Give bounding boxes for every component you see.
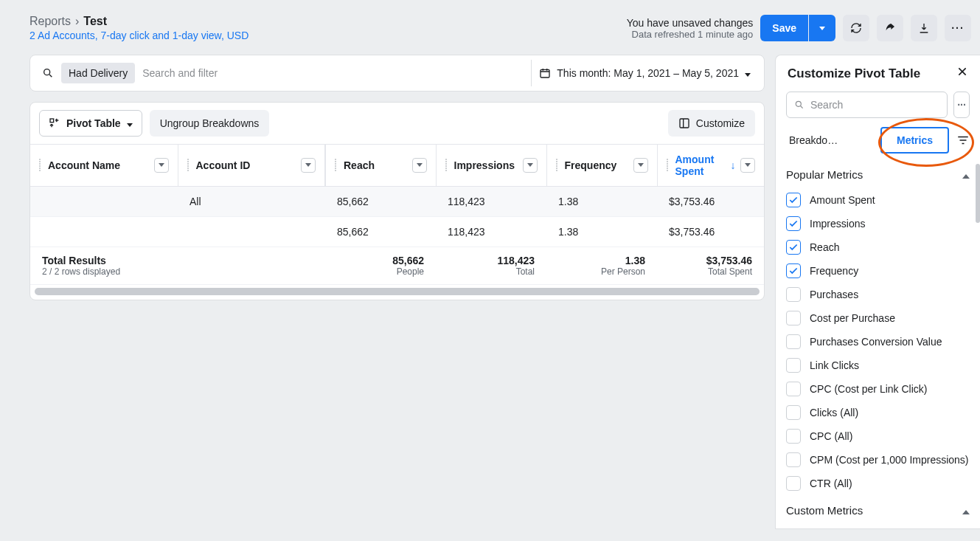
metric-checkbox[interactable] xyxy=(786,193,801,207)
more-button[interactable]: ··· xyxy=(945,15,971,41)
customize-label: Customize xyxy=(696,117,745,129)
metric-checkbox[interactable] xyxy=(786,311,801,325)
metric-row[interactable]: Clicks (All) xyxy=(786,401,970,424)
data-refreshed-label: Data refreshed 1 minute ago xyxy=(627,29,754,40)
svg-point-4 xyxy=(796,101,801,106)
pivot-table-label: Pivot Table xyxy=(66,117,121,129)
metric-row[interactable]: Purchases Conversion Value xyxy=(786,330,970,354)
chevron-down-icon xyxy=(745,67,751,79)
col-frequency[interactable]: Frequency xyxy=(546,145,657,186)
ungroup-breakdowns-button[interactable]: Ungroup Breakdowns xyxy=(150,110,270,137)
check-icon xyxy=(788,242,799,252)
panel-more-button[interactable]: ··· xyxy=(953,92,970,118)
chevron-down-icon[interactable] xyxy=(301,158,316,173)
refresh-icon xyxy=(850,22,862,34)
vertical-scrollbar[interactable] xyxy=(976,164,980,223)
chevron-down-icon[interactable] xyxy=(633,158,648,173)
share-icon xyxy=(884,22,896,34)
sort-desc-icon: ↓ xyxy=(731,159,736,171)
section-popular-metrics[interactable]: Popular Metrics xyxy=(786,164,970,188)
refresh-button[interactable] xyxy=(843,15,869,41)
table-row[interactable]: 85,662 118,423 1.38 $3,753.46 xyxy=(30,216,764,247)
metric-row[interactable]: CPC (All) xyxy=(786,424,970,448)
metric-label: Purchases xyxy=(810,289,858,300)
chevron-down-icon xyxy=(127,117,133,129)
metric-row[interactable]: CPM (Cost per 1,000 Impressions) xyxy=(786,448,970,472)
check-icon xyxy=(788,218,799,229)
col-account-id[interactable]: Account ID xyxy=(178,145,325,186)
metric-label: Clicks (All) xyxy=(810,407,858,418)
metric-label: CPM (Cost per 1,000 Impressions) xyxy=(810,454,969,466)
customize-button[interactable]: Customize xyxy=(668,110,755,137)
tab-metrics[interactable]: Metrics xyxy=(880,127,949,154)
panel-search-input[interactable] xyxy=(810,99,939,111)
close-button[interactable] xyxy=(956,66,968,81)
filter-chip-had-delivery[interactable]: Had Delivery xyxy=(61,63,135,83)
pivot-table: Account Name Account ID Reach Impression… xyxy=(30,145,764,285)
save-dropdown-button[interactable] xyxy=(809,15,835,41)
panel-title: Customize Pivot Table xyxy=(788,66,920,81)
metric-checkbox[interactable] xyxy=(786,429,801,444)
metric-checkbox[interactable] xyxy=(786,405,801,420)
date-range-button[interactable]: This month: May 1, 2021 – May 5, 2021 xyxy=(531,60,758,86)
metric-row[interactable]: Reach xyxy=(786,235,970,259)
col-reach[interactable]: Reach xyxy=(325,145,436,186)
sort-icon[interactable] xyxy=(956,134,970,147)
download-icon xyxy=(918,22,930,34)
metric-label: Frequency xyxy=(810,265,858,277)
metric-checkbox[interactable] xyxy=(786,263,801,278)
download-button[interactable] xyxy=(911,15,937,41)
breadcrumb-current: Test xyxy=(83,15,107,28)
metric-checkbox[interactable] xyxy=(786,240,801,255)
metric-row[interactable]: Link Clicks xyxy=(786,354,970,377)
chevron-down-icon[interactable] xyxy=(523,158,538,173)
search-input[interactable] xyxy=(142,67,531,79)
metric-row[interactable]: Cost per Purchase xyxy=(786,306,970,330)
more-icon: ··· xyxy=(951,22,965,34)
metric-row[interactable]: Impressions xyxy=(786,212,970,235)
chevron-down-icon[interactable] xyxy=(412,158,427,173)
table-total-row: Total Results 2 / 2 rows displayed 85,66… xyxy=(30,247,764,284)
col-account-name[interactable]: Account Name xyxy=(30,145,178,186)
metric-row[interactable]: Amount Spent xyxy=(786,188,970,212)
metric-label: Amount Spent xyxy=(810,194,875,206)
metric-row[interactable]: Frequency xyxy=(786,259,970,283)
metric-row[interactable]: CTR (All) xyxy=(786,472,970,495)
chevron-down-icon[interactable] xyxy=(740,158,755,173)
share-button[interactable] xyxy=(877,15,903,41)
panel-search[interactable] xyxy=(786,92,948,118)
metric-checkbox[interactable] xyxy=(786,382,801,396)
breadcrumb-root[interactable]: Reports xyxy=(29,15,71,28)
col-amount-spent[interactable]: Amount Spent↓ xyxy=(657,145,764,186)
metric-checkbox[interactable] xyxy=(786,476,801,491)
close-icon xyxy=(956,66,968,77)
date-range-label: This month: May 1, 2021 – May 5, 2021 xyxy=(557,67,739,79)
metric-label: Reach xyxy=(810,241,839,253)
metric-label: CPC (All) xyxy=(810,430,852,442)
svg-rect-2 xyxy=(50,119,54,123)
metric-checkbox[interactable] xyxy=(786,287,801,302)
customize-panel: Customize Pivot Table ··· Breakdo… Metri… xyxy=(775,55,980,529)
metric-checkbox[interactable] xyxy=(786,452,801,467)
metric-row[interactable]: Purchases xyxy=(786,283,970,306)
chevron-up-icon xyxy=(962,504,970,517)
svg-point-0 xyxy=(44,69,50,75)
metric-checkbox[interactable] xyxy=(786,358,801,373)
col-impressions[interactable]: Impressions xyxy=(436,145,546,186)
report-settings-link[interactable]: 2 Ad Accounts, 7-day click and 1-day vie… xyxy=(29,30,249,41)
metric-label: Cost per Purchase xyxy=(810,312,895,324)
calendar-icon xyxy=(539,67,551,79)
horizontal-scrollbar[interactable] xyxy=(35,288,760,295)
check-icon xyxy=(788,266,799,276)
section-custom-metrics[interactable]: Custom Metrics xyxy=(786,500,970,524)
tab-breakdowns[interactable]: Breakdo… xyxy=(786,128,873,152)
save-button[interactable]: Save xyxy=(760,15,808,41)
chevron-down-icon[interactable] xyxy=(154,158,169,173)
table-row[interactable]: All 85,662 118,423 1.38 $3,753.46 xyxy=(30,186,764,216)
metric-label: Purchases Conversion Value xyxy=(810,336,942,348)
pivot-table-type-button[interactable]: Pivot Table xyxy=(39,110,142,137)
metric-label: Link Clicks xyxy=(810,359,859,371)
metric-checkbox[interactable] xyxy=(786,216,801,231)
metric-row[interactable]: CPC (Cost per Link Click) xyxy=(786,377,970,401)
metric-checkbox[interactable] xyxy=(786,334,801,349)
